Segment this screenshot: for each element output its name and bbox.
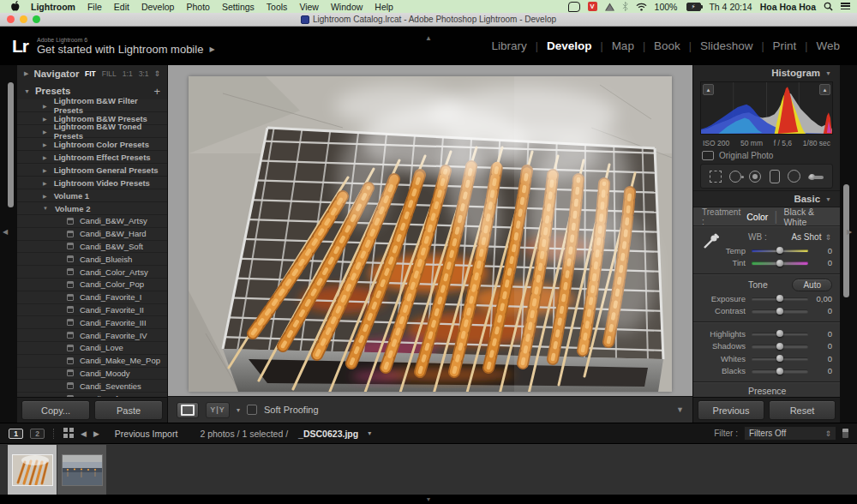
module-develop[interactable]: Develop bbox=[547, 39, 592, 52]
preset-item[interactable]: Candi_Favorite_I bbox=[17, 291, 167, 304]
chevron-right-icon[interactable]: ▶ bbox=[43, 154, 47, 160]
slider-track[interactable] bbox=[752, 309, 808, 313]
menu-item-develop[interactable]: Develop bbox=[141, 2, 175, 12]
menu-item-photo[interactable]: Photo bbox=[186, 2, 209, 12]
spotlight-search-icon[interactable] bbox=[824, 2, 833, 11]
slider-thumb[interactable] bbox=[776, 247, 783, 254]
histogram-box[interactable]: ▲ ▲ bbox=[700, 81, 833, 135]
wifi-icon[interactable] bbox=[636, 3, 647, 11]
navigator-header[interactable]: ▶ Navigator FITFILL1:13:1 ⇕ bbox=[17, 65, 167, 82]
toolbar-options-arrow[interactable]: ▼ bbox=[676, 405, 684, 414]
right-scrollbar-thumb[interactable] bbox=[843, 184, 849, 297]
preset-item[interactable]: Candi_Make_Me_Pop bbox=[17, 355, 167, 368]
chevron-right-icon[interactable]: ▶ bbox=[24, 70, 28, 77]
menu-item-edit[interactable]: Edit bbox=[114, 2, 129, 12]
treatment-bw-option[interactable]: Black & White bbox=[783, 207, 831, 227]
navigator-zoom-1-1[interactable]: 1:1 bbox=[123, 69, 133, 78]
histogram-header[interactable]: Histogram ▼ bbox=[693, 65, 840, 81]
filmstrip-source[interactable]: Previous Import bbox=[115, 429, 178, 439]
slider-thumb[interactable] bbox=[776, 368, 783, 375]
zalo-icon[interactable] bbox=[568, 2, 580, 12]
slider-thumb[interactable] bbox=[776, 260, 783, 267]
previous-photo-arrow[interactable]: ◀ bbox=[81, 429, 87, 438]
chevron-right-icon[interactable]: ▶ bbox=[43, 141, 47, 147]
filmstrip-filename[interactable]: _DSC0623.jpg bbox=[298, 429, 358, 439]
preset-folder[interactable]: ▶Lightroom B&W Toned Presets bbox=[17, 125, 167, 138]
slider-track[interactable] bbox=[752, 297, 808, 301]
slider-track[interactable] bbox=[752, 333, 808, 336]
navigator-zoom-fill[interactable]: FILL bbox=[102, 69, 117, 78]
paste-button[interactable]: Paste bbox=[94, 400, 163, 420]
preset-item[interactable]: Candi_Blueish bbox=[17, 253, 167, 266]
chevron-right-icon[interactable]: ▶ bbox=[43, 193, 47, 199]
menu-item-file[interactable]: File bbox=[87, 2, 102, 12]
notification-center-icon[interactable] bbox=[841, 3, 850, 10]
menu-item-help[interactable]: Help bbox=[375, 2, 393, 12]
slider-thumb[interactable] bbox=[776, 330, 783, 337]
collapse-left-arrow[interactable]: ◀ bbox=[3, 228, 8, 236]
collapse-right-arrow[interactable]: ▶ bbox=[847, 228, 852, 236]
grid-view-icon[interactable] bbox=[63, 426, 74, 441]
module-book[interactable]: Book bbox=[654, 39, 680, 52]
drive-icon[interactable] bbox=[605, 3, 614, 11]
chevron-right-icon[interactable]: ▶ bbox=[43, 103, 47, 109]
preset-item[interactable]: Candi_B&W_Hard bbox=[17, 228, 167, 241]
filmstrip-dropdown-icon[interactable]: ▾ bbox=[368, 429, 371, 437]
module-library[interactable]: Library bbox=[492, 39, 527, 52]
photo-canvas[interactable] bbox=[189, 76, 672, 392]
preset-folder[interactable]: ▶Lightroom Effect Presets bbox=[17, 151, 167, 164]
slider-thumb[interactable] bbox=[776, 355, 783, 362]
soft-proofing-checkbox[interactable] bbox=[247, 405, 257, 415]
second-window-button[interactable]: 2 bbox=[30, 429, 45, 439]
preset-item[interactable]: Candi_Favorite_IV bbox=[17, 329, 167, 342]
spot-removal-tool-icon[interactable] bbox=[729, 171, 741, 183]
preset-item[interactable]: Candi_Favorite_II bbox=[17, 304, 167, 317]
module-print[interactable]: Print bbox=[773, 39, 797, 52]
chevron-down-icon[interactable]: ▼ bbox=[43, 206, 48, 211]
before-after-dropdown-icon[interactable]: ▾ bbox=[237, 406, 240, 414]
wb-eyedropper-icon[interactable] bbox=[702, 233, 719, 254]
wb-value[interactable]: As Shot bbox=[791, 232, 821, 242]
collapse-bottom-arrow[interactable]: ▼ bbox=[426, 496, 432, 502]
filter-switch-icon[interactable] bbox=[842, 429, 848, 438]
slider-track[interactable] bbox=[752, 249, 808, 253]
radial-filter-tool-icon[interactable] bbox=[788, 170, 800, 183]
slider-track[interactable] bbox=[752, 261, 808, 265]
main-window-button[interactable]: 1 bbox=[9, 429, 23, 439]
copy-button[interactable]: Copy... bbox=[21, 400, 90, 420]
promo-arrow-icon[interactable]: ▶ bbox=[209, 45, 214, 53]
menu-item-lightroom[interactable]: Lightroom bbox=[31, 2, 75, 12]
menubar-clock[interactable]: Th 4 20:14 bbox=[709, 2, 752, 12]
preset-folder[interactable]: ▶Lightroom General Presets bbox=[17, 164, 167, 177]
chevron-down-icon[interactable]: ▼ bbox=[825, 196, 831, 202]
preset-folder[interactable]: ▶Lightroom B&W Filter Presets bbox=[17, 99, 167, 112]
before-after-button[interactable]: Y|Y bbox=[206, 402, 230, 418]
preset-item[interactable]: Candi_Color_Artsy bbox=[17, 266, 167, 279]
adjustment-brush-tool-icon[interactable] bbox=[808, 176, 824, 179]
chevron-down-icon[interactable]: ▼ bbox=[825, 70, 831, 76]
graduated-filter-tool-icon[interactable] bbox=[770, 170, 780, 183]
menubar-user[interactable]: Hoa Hoa Hoa bbox=[760, 2, 816, 12]
preset-item[interactable]: Candi_Color_Pop bbox=[17, 279, 167, 291]
collapse-top-arrow[interactable]: ▲ bbox=[425, 34, 432, 42]
basic-header[interactable]: Basic ▼ bbox=[693, 190, 840, 207]
crop-tool-icon[interactable] bbox=[710, 171, 722, 183]
bluetooth-icon[interactable] bbox=[622, 2, 628, 11]
chevron-right-icon[interactable]: ▶ bbox=[43, 116, 47, 122]
preset-item[interactable]: Candi_Love bbox=[17, 342, 167, 355]
menu-item-window[interactable]: Window bbox=[331, 2, 363, 12]
chevron-down-icon[interactable]: ▼ bbox=[24, 88, 30, 94]
module-slideshow[interactable]: Slideshow bbox=[700, 39, 753, 52]
preset-folder[interactable]: ▼Volume 2 bbox=[17, 202, 167, 215]
preset-item[interactable]: Candi_Favorite_III bbox=[17, 316, 167, 329]
left-scrollbar-thumb[interactable] bbox=[8, 82, 14, 207]
preset-folder[interactable]: ▶Lightroom Video Presets bbox=[17, 177, 167, 189]
slider-track[interactable] bbox=[752, 345, 808, 348]
preset-item[interactable]: Candi_Seventies bbox=[17, 380, 167, 393]
menu-item-settings[interactable]: Settings bbox=[222, 2, 255, 12]
shadow-clipping-button[interactable]: ▲ bbox=[703, 84, 714, 95]
apple-menu-icon[interactable] bbox=[10, 1, 21, 12]
module-web[interactable]: Web bbox=[816, 39, 840, 52]
menu-item-view[interactable]: View bbox=[299, 2, 319, 12]
slider-track[interactable] bbox=[752, 357, 808, 361]
